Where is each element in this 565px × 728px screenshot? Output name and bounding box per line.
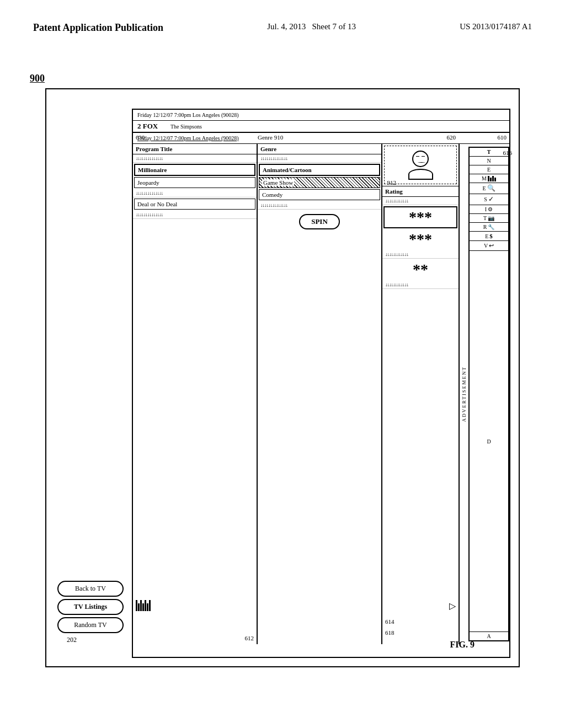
program-col-header: Program Title	[133, 144, 257, 154]
right-panel: 610 616 ADVERTISEMENT T N E	[460, 144, 509, 644]
outer-box: 900 Back to TV TV Listings 618 Random TV…	[45, 88, 520, 667]
dollar-icon: $	[489, 233, 493, 239]
preview-body	[408, 169, 433, 180]
rating-col-header: Rating	[382, 186, 459, 197]
camera-icon: 📷	[488, 215, 494, 221]
genre-animated[interactable]: Animated/Cartoon	[259, 164, 380, 176]
arrow-row-2: ↓↓↓↓↓↓↓↓↓↓↓↓↓↓	[133, 189, 257, 197]
preview-head	[412, 151, 429, 167]
inner-panel: T N E M	[468, 147, 509, 641]
ref-618: 618	[385, 629, 395, 636]
publication-date: Jul. 4, 2013 Sheet 7 of 13	[267, 22, 356, 31]
rating-col: 620 Rating	[382, 144, 460, 644]
ref-612: 612	[245, 635, 254, 641]
spin-button[interactable]: SPIN	[299, 214, 340, 229]
ref-202: 202	[67, 636, 77, 644]
program-jeopardy[interactable]: Jeopardy	[134, 177, 255, 188]
left-sidebar: Back to TV TV Listings 618 Random TV 202	[57, 581, 124, 633]
publication-title: Patent Application Publication	[33, 22, 163, 34]
patent-number: US 2013/0174187 A1	[460, 22, 532, 31]
figure-label: FIG. 9	[450, 640, 475, 650]
arrow-row-1: ↓↓↓↓↓↓↓↓↓↓↓↓↓↓	[133, 154, 257, 163]
rating-arrow-2: ↓↓↓↓↓↓↓↓↓↓↓↓	[382, 250, 459, 259]
panel-row-i: I ⚙	[470, 205, 508, 214]
panel-row-t2: T 📷	[470, 214, 508, 223]
panel-row-a: A	[470, 631, 508, 640]
program-deal[interactable]: Deal or No Deal	[134, 199, 255, 210]
panel-row-t: T	[470, 148, 508, 157]
genre-gameshow[interactable]: Game Show 912	[259, 177, 380, 188]
program-listings-col: 630	[133, 144, 258, 644]
back-arrow-icon: ↩	[489, 242, 494, 249]
panel-row-r: R 🔧	[470, 223, 508, 232]
tv-listings-button[interactable]: TV Listings 618	[57, 599, 124, 615]
channel-name-bar: 2 FOX The Simpsons	[133, 121, 509, 133]
gear-icon: ⚙	[488, 206, 493, 212]
rating-arrow-3: ↓↓↓↓↓↓↓↓↓↓↓↓	[382, 281, 459, 289]
spin-area: SPIN	[258, 210, 381, 234]
random-tv-button[interactable]: Random TV 202	[57, 617, 124, 633]
channel-info-top: Friday 12/12/07 7:00pm Los Angeles (9002…	[133, 110, 509, 121]
page-header: Patent Application Publication Jul. 4, 2…	[33, 22, 532, 34]
genre-arrow-1: ↓↓↓↓↓↓↓↓↓↓↓↓↓↓	[258, 154, 381, 163]
panel-row-n: N	[470, 157, 508, 165]
genre-comedy[interactable]: Comedy	[259, 189, 380, 200]
ref-900: 900	[30, 73, 45, 84]
panel-row-e: E	[470, 165, 508, 174]
rating-1: ***	[383, 206, 457, 228]
program-millionaire[interactable]: Millionaire	[134, 164, 255, 176]
ref-614: 614	[385, 618, 395, 625]
panel-row-d: D	[470, 251, 508, 631]
check-icon: ✓	[488, 195, 494, 204]
rating-arrow-1: ↓↓↓↓↓↓↓↓↓↓↓↓	[382, 197, 459, 205]
ref-620: 620	[447, 134, 456, 141]
rating-2: ***	[383, 229, 457, 249]
panel-row-v: V ↩	[470, 241, 508, 251]
genre-col: Genre 910 Genre ↓↓↓↓↓↓↓↓↓↓↓↓↓↓ Animated/…	[258, 144, 382, 644]
wrench-icon: 🔧	[488, 224, 494, 230]
advertisement-label: ADVERTISEMENT	[460, 144, 468, 644]
barcode-area	[136, 600, 151, 611]
right-arrow: ▷	[449, 601, 456, 611]
arrow-row-3: ↓↓↓↓↓↓↓↓↓↓↓↓↓↓	[133, 211, 257, 219]
ref-610: 610	[498, 134, 507, 141]
genre-arrow-2: ↓↓↓↓↓↓↓↓↓↓↓↓↓↓	[258, 201, 381, 210]
genre-col-header: Genre	[258, 144, 381, 154]
ref-910-label: Genre 910	[258, 134, 283, 141]
panel-row-e3: E $	[470, 232, 508, 241]
main-content-box: Friday 12/12/07 7:00pm Los Angeles (9002…	[132, 109, 510, 658]
ref-630: 630	[136, 134, 145, 141]
panel-row-e2: E 🔍	[470, 183, 508, 194]
search-icon: 🔍	[487, 184, 495, 192]
panel-row-m: M	[470, 174, 508, 183]
panel-row-s: S ✓	[470, 194, 508, 205]
diagram-area: 900 Back to TV TV Listings 618 Random TV…	[33, 72, 532, 684]
rating-3: **	[383, 260, 457, 280]
dotted-preview-box	[384, 146, 457, 184]
back-to-tv-button[interactable]: Back to TV	[57, 581, 124, 597]
